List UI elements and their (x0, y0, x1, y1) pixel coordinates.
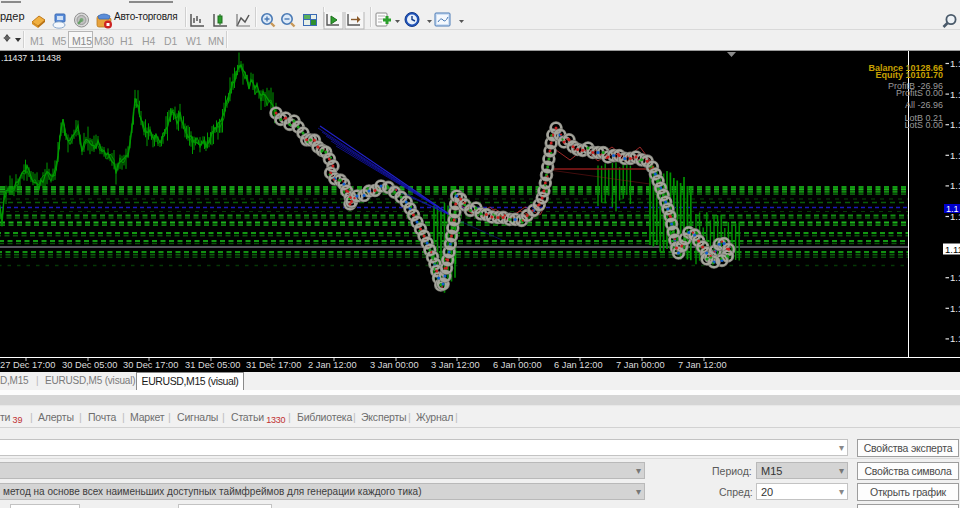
svg-text:1.11: 1.11 (950, 58, 960, 69)
svg-text:1.11: 1.11 (950, 180, 960, 191)
svg-text:All -26.96: All -26.96 (905, 100, 943, 110)
svg-text:7 Jan 12:00: 7 Jan 12:00 (678, 360, 727, 370)
svg-text:6 Jan 12:00: 6 Jan 12:00 (554, 360, 603, 370)
svg-text:27 Dec 17:00: 27 Dec 17:00 (0, 360, 55, 370)
svg-text:LotS 0.00: LotS 0.00 (904, 120, 943, 130)
svg-text:2 Jan 12:00: 2 Jan 12:00 (308, 360, 357, 370)
svg-text:1.1: 1.1 (946, 204, 959, 214)
svg-text:1.11: 1.11 (950, 150, 960, 161)
svg-text:30 Dec 17:00: 30 Dec 17:00 (123, 360, 178, 370)
svg-text:31 Dec 17:00: 31 Dec 17:00 (246, 360, 301, 370)
svg-text:3 Jan 00:00: 3 Jan 00:00 (370, 360, 419, 370)
svg-text:1.11: 1.11 (950, 333, 960, 344)
svg-text:1.11: 1.11 (950, 272, 960, 283)
svg-text:1.11: 1.11 (945, 244, 960, 255)
svg-text:3 Jan 12:00: 3 Jan 12:00 (431, 360, 480, 370)
svg-text:Equity 10101.70: Equity 10101.70 (875, 70, 943, 80)
svg-text:ProfitS 0.00: ProfitS 0.00 (896, 88, 943, 98)
svg-text:.11437 1.11438: .11437 1.11438 (1, 53, 61, 63)
svg-text:31 Dec 05:00: 31 Dec 05:00 (185, 360, 240, 370)
svg-text:30 Dec 05:00: 30 Dec 05:00 (62, 360, 117, 370)
svg-text:6 Jan 00:00: 6 Jan 00:00 (493, 360, 542, 370)
svg-text:1.11: 1.11 (950, 89, 960, 100)
svg-text:1.11: 1.11 (950, 303, 960, 314)
svg-text:7 Jan 00:00: 7 Jan 00:00 (616, 360, 665, 370)
svg-text:1.11: 1.11 (950, 119, 960, 130)
